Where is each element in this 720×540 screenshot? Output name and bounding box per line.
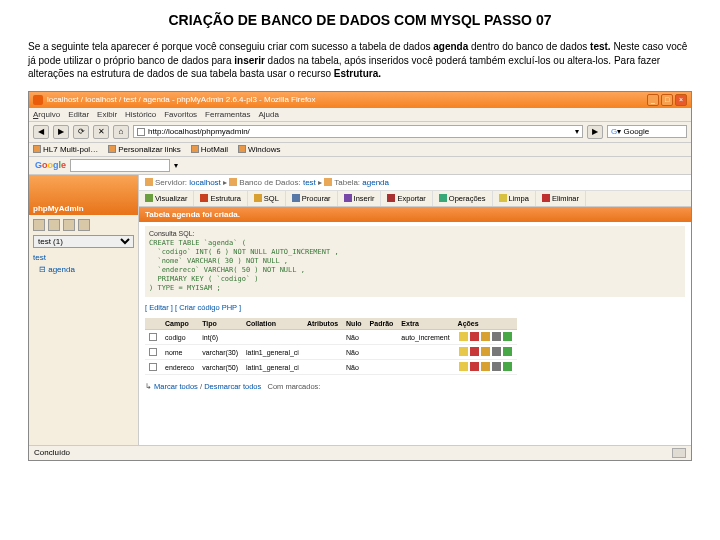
sql-code: CREATE TABLE `agenda` ( `codigo` INT( 6 …: [149, 239, 681, 294]
screenshot-window: localhost / localhost / test / agenda - …: [28, 91, 692, 461]
table-row: enderecovarchar(50)latin1_general_ciNão: [145, 360, 517, 375]
home-icon[interactable]: [33, 219, 45, 231]
tab-eliminar[interactable]: Eliminar: [536, 191, 586, 206]
bm-3[interactable]: HotMail: [191, 145, 228, 154]
mark-all[interactable]: Marcar todos: [154, 382, 198, 391]
primary-icon[interactable]: [481, 347, 490, 356]
actions-cell: [454, 360, 517, 375]
unique-icon[interactable]: [492, 347, 501, 356]
close-button[interactable]: ×: [675, 94, 687, 106]
edit-icon[interactable]: [459, 362, 468, 371]
home-button[interactable]: ⌂: [113, 125, 129, 139]
delete-icon[interactable]: [470, 332, 479, 341]
window-title: localhost / localhost / test / agenda - …: [47, 95, 316, 104]
edit-link[interactable]: [ Editar ] [ Criar código PHP ]: [139, 301, 691, 314]
page-icon: [137, 128, 145, 136]
th-campo: Campo: [161, 318, 198, 330]
crumb-table[interactable]: agenda: [362, 178, 389, 187]
menu-exibir[interactable]: Exibir: [97, 110, 117, 119]
sidebar: phpMyAdmin test (1) test ⊟ agenda: [29, 175, 139, 445]
cell: Não: [342, 360, 366, 375]
menu-ajuda[interactable]: Ajuda: [258, 110, 278, 119]
stop-button[interactable]: ✕: [93, 125, 109, 139]
tab-procurar[interactable]: Procurar: [286, 191, 338, 206]
tab-exportar[interactable]: Exportar: [381, 191, 432, 206]
unique-icon[interactable]: [492, 362, 501, 371]
url-input[interactable]: http://localhost/phpmyadmin/▾: [133, 125, 583, 138]
bm-2[interactable]: Personalizar links: [108, 145, 181, 154]
cell: codigo: [161, 330, 198, 345]
resize-grip[interactable]: [672, 448, 686, 458]
mark-row: ↳ Marcar todos / Desmarcar todos Com mar…: [139, 379, 691, 394]
content: Servidor: localhost ▸ Banco de Dados: te…: [139, 175, 691, 445]
export-icon: [387, 194, 395, 202]
statusbar: Concluído: [29, 445, 691, 460]
edit-icon[interactable]: [459, 347, 468, 356]
google-logo: Google: [35, 160, 66, 170]
sql-icon[interactable]: [63, 219, 75, 231]
menu-ferramentas[interactable]: Ferramentas: [205, 110, 250, 119]
tree-db[interactable]: test: [33, 252, 134, 264]
db-select[interactable]: test (1): [33, 235, 134, 248]
maximize-button[interactable]: □: [661, 94, 673, 106]
drop-icon: [542, 194, 550, 202]
th-nulo: Nulo: [342, 318, 366, 330]
operations-icon: [439, 194, 447, 202]
primary-icon[interactable]: [481, 362, 490, 371]
urlbar: ◀ ▶ ⟳ ✕ ⌂ http://localhost/phpmyadmin/▾ …: [29, 122, 691, 143]
bm-1[interactable]: HL7 Multi-pol…: [33, 145, 98, 154]
window-titlebar: localhost / localhost / test / agenda - …: [29, 92, 691, 108]
primary-icon[interactable]: [481, 332, 490, 341]
tab-visualizar[interactable]: Visualizar: [139, 191, 194, 206]
cell: Não: [342, 345, 366, 360]
menu-historico[interactable]: Histórico: [125, 110, 156, 119]
back-button[interactable]: ◀: [33, 125, 49, 139]
tab-limpa[interactable]: Limpa: [493, 191, 536, 206]
columns-table: Campo Tipo Collation Atributos Nulo Padr…: [145, 318, 517, 375]
menu-arquivo[interactable]: AArquivorquivo: [33, 110, 60, 119]
edit-icon[interactable]: [459, 332, 468, 341]
crumb-label: Banco de Dados:: [239, 178, 300, 187]
minimize-button[interactable]: _: [647, 94, 659, 106]
google-search-input[interactable]: [70, 159, 170, 172]
crumb-db[interactable]: test: [303, 178, 316, 187]
row-checkbox[interactable]: [149, 333, 157, 341]
menu-favoritos[interactable]: Favoritos: [164, 110, 197, 119]
th-tipo: Tipo: [198, 318, 242, 330]
unique-icon[interactable]: [492, 332, 501, 341]
bold-agenda: agenda: [433, 41, 468, 52]
reload-button[interactable]: ⟳: [73, 125, 89, 139]
index-icon[interactable]: [503, 347, 512, 356]
cell: int(6): [198, 330, 242, 345]
forward-button[interactable]: ▶: [53, 125, 69, 139]
bold-inserir: inserir: [234, 55, 265, 66]
search-box[interactable]: G▾ Google: [607, 125, 687, 138]
tab-inserir[interactable]: Inserir: [338, 191, 382, 206]
tab-sql[interactable]: SQL: [248, 191, 286, 206]
th-atributos: Atributos: [303, 318, 342, 330]
th-acoes: Ações: [454, 318, 517, 330]
bookmarks-bar: HL7 Multi-pol… Personalizar links HotMai…: [29, 143, 691, 157]
unmark-all[interactable]: Desmarcar todos: [204, 382, 261, 391]
docs-icon[interactable]: [78, 219, 90, 231]
logout-icon[interactable]: [48, 219, 60, 231]
table-header-row: Campo Tipo Collation Atributos Nulo Padr…: [145, 318, 517, 330]
window-buttons: _ □ ×: [647, 94, 687, 106]
bm-4[interactable]: Windows: [238, 145, 280, 154]
tree-table[interactable]: ⊟ agenda: [33, 264, 134, 276]
index-icon[interactable]: [503, 332, 512, 341]
table-icon: [324, 178, 332, 186]
para-text: Se a seguinte tela aparecer é porque voc…: [28, 41, 433, 52]
tab-operacoes[interactable]: Operações: [433, 191, 493, 206]
menu-editar[interactable]: Editar: [68, 110, 89, 119]
delete-icon[interactable]: [470, 362, 479, 371]
go-button[interactable]: ▶: [587, 125, 603, 139]
crumb-server[interactable]: localhost: [189, 178, 221, 187]
database-icon: [229, 178, 237, 186]
row-checkbox[interactable]: [149, 363, 157, 371]
row-checkbox[interactable]: [149, 348, 157, 356]
cell: varchar(50): [198, 360, 242, 375]
index-icon[interactable]: [503, 362, 512, 371]
tab-estrutura[interactable]: Estrutura: [194, 191, 247, 206]
delete-icon[interactable]: [470, 347, 479, 356]
